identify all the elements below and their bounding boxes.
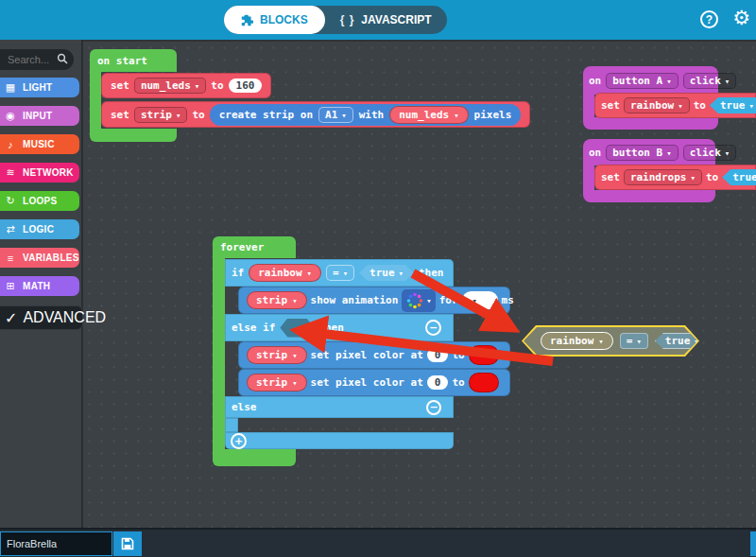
condition-placeholder-socket[interactable] <box>280 319 314 338</box>
rainbow-animation-icon <box>405 291 424 310</box>
rainbow-variable-oval[interactable]: rainbow <box>249 264 321 282</box>
strip-variable-oval[interactable]: strip <box>247 291 307 309</box>
dragged-condition-block[interactable]: rainbow = true <box>522 325 699 357</box>
rainbow-variable-oval[interactable]: rainbow <box>541 332 613 350</box>
chevron-down-icon <box>292 294 297 306</box>
tab-blocks[interactable]: BLOCKS <box>224 6 325 34</box>
set-strip-block[interactable]: set strip to create strip on A1 with num… <box>101 101 530 128</box>
strip-variable-oval[interactable]: strip <box>247 346 307 364</box>
project-name-input[interactable] <box>0 531 112 556</box>
set-numleds-block[interactable]: set num_leds to 160 <box>101 73 271 98</box>
true-boolean-dropdown[interactable]: true <box>710 97 756 113</box>
if-row[interactable]: if rainbow = true then <box>225 259 454 287</box>
chevron-down-icon <box>748 99 753 112</box>
chevron-down-icon <box>292 349 297 361</box>
numleds-variable-dropdown[interactable]: num_leds <box>134 78 206 94</box>
duration-dropdown[interactable] <box>462 291 498 309</box>
braces-icon: { } <box>340 13 355 26</box>
show-animation-block[interactable]: strip show animation for ms <box>238 287 510 314</box>
light-icon: ▦ <box>4 81 17 94</box>
create-strip-block[interactable]: create strip on A1 with num_leds pixels <box>210 104 522 126</box>
true-boolean-dropdown[interactable]: true <box>359 265 414 281</box>
tab-javascript-label: JAVASCRIPT <box>361 13 431 26</box>
if-block-bottom: + <box>225 432 454 449</box>
set-pixel-color-block[interactable]: strip set pixel color at 0 to <box>238 369 510 396</box>
set-pixel-color-block[interactable]: strip set pixel color at 0 to <box>238 341 510 369</box>
strip-variable-dropdown[interactable]: strip <box>134 107 188 123</box>
comparison-operator-dropdown[interactable]: = <box>326 265 354 281</box>
music-icon: ♪ <box>4 139 17 150</box>
strip-variable-oval[interactable]: strip <box>247 374 307 392</box>
on-start-spine <box>90 72 101 131</box>
logic-icon: ⇄ <box>4 223 17 235</box>
settings-button[interactable]: ⚙ <box>732 8 750 27</box>
loops-icon: ↻ <box>4 195 17 207</box>
true-boolean-dropdown[interactable]: true <box>722 169 756 185</box>
set-raindrops-true-block[interactable]: set raindrops to true <box>594 165 756 190</box>
collapse-branch-button[interactable]: − <box>425 320 441 336</box>
animation-picker-dropdown[interactable] <box>402 289 435 312</box>
chevron-down-icon <box>636 335 641 347</box>
bottom-bar <box>0 528 756 557</box>
chevron-down-icon <box>307 267 312 279</box>
collapse-branch-button[interactable]: − <box>426 400 441 415</box>
color-swatch[interactable] <box>469 345 499 365</box>
else-if-row[interactable]: else if then − <box>225 314 454 341</box>
click-event-dropdown[interactable]: click <box>683 145 737 161</box>
color-swatch[interactable] <box>469 373 499 392</box>
blocks-puzzle-icon <box>241 14 253 26</box>
save-button[interactable] <box>113 531 142 556</box>
tab-blocks-label: BLOCKS <box>260 13 308 26</box>
chevron-down-icon <box>343 267 348 279</box>
numleds-oval-dropdown[interactable]: num_leds <box>389 106 468 124</box>
chevron-down-icon <box>472 294 477 306</box>
search-icon <box>57 53 69 65</box>
variables-icon: ≡ <box>4 252 17 264</box>
chevron-down-icon <box>725 147 730 159</box>
help-icon: ? <box>706 13 713 26</box>
chevron-down-icon <box>176 109 180 121</box>
chevron-down-icon <box>399 267 404 279</box>
advanced-icon: ✓ <box>5 309 17 327</box>
pixel-index-value[interactable]: 0 <box>427 375 449 390</box>
forever-block[interactable]: forever <box>213 236 296 258</box>
gear-icon: ⚙ <box>732 7 750 28</box>
chevron-down-icon <box>666 75 671 87</box>
button-a-dropdown[interactable]: button A <box>606 73 678 89</box>
button-b-dropdown[interactable]: button B <box>606 145 678 161</box>
true-boolean-dropdown[interactable]: true <box>655 333 710 349</box>
sidebar-item-advanced[interactable]: ✓ ADVANCED <box>0 305 83 330</box>
search-box <box>0 49 74 70</box>
sidebar-item-light[interactable]: ▦ LIGHT <box>0 78 79 97</box>
sidebar-item-loops[interactable]: ↻ LOOPS <box>0 191 79 211</box>
pixel-index-value[interactable]: 0 <box>427 348 449 362</box>
else-row[interactable]: else − <box>225 396 454 418</box>
sidebar-item-input[interactable]: ◉ INPUT <box>0 106 79 126</box>
add-branch-button[interactable]: + <box>231 433 247 449</box>
chevron-down-icon <box>598 335 603 347</box>
set-rainbow-true-block[interactable]: set rainbow to true <box>594 93 756 118</box>
click-event-dropdown[interactable]: click <box>683 73 737 89</box>
rainbow-variable-dropdown[interactable]: rainbow <box>624 97 690 113</box>
sidebar-item-logic[interactable]: ⇄ LOGIC <box>0 219 79 239</box>
on-button-a-block[interactable]: on button A click <box>583 66 718 95</box>
on-start-foot <box>90 129 177 142</box>
sidebar-item-music[interactable]: ♪ MUSIC <box>0 134 79 154</box>
numleds-value[interactable]: 160 <box>229 78 263 93</box>
empty-statement-slot-arm <box>225 418 238 432</box>
blocks-canvas[interactable]: on start set num_leds to 160 set strip t… <box>83 40 756 528</box>
bottom-right-button[interactable] <box>750 531 756 556</box>
tab-javascript[interactable]: { } JAVASCRIPT <box>325 6 447 34</box>
sidebar-item-variables[interactable]: ≡ VARIABLES <box>0 248 79 268</box>
chevron-down-icon <box>454 109 458 121</box>
sidebar-item-network[interactable]: ≋ NETWORK <box>0 163 79 183</box>
on-start-block[interactable]: on start <box>90 49 177 72</box>
help-button[interactable]: ? <box>700 10 718 28</box>
comparison-operator-dropdown[interactable]: = <box>620 333 648 349</box>
raindrops-variable-dropdown[interactable]: raindrops <box>624 169 702 185</box>
on-button-b-block[interactable]: on button B click <box>583 139 715 165</box>
math-icon: ⊞ <box>4 280 17 292</box>
sidebar-item-math[interactable]: ⊞ MATH <box>0 276 79 296</box>
on-button-b-spine <box>583 165 594 190</box>
pin-dropdown[interactable]: A1 <box>318 107 353 123</box>
